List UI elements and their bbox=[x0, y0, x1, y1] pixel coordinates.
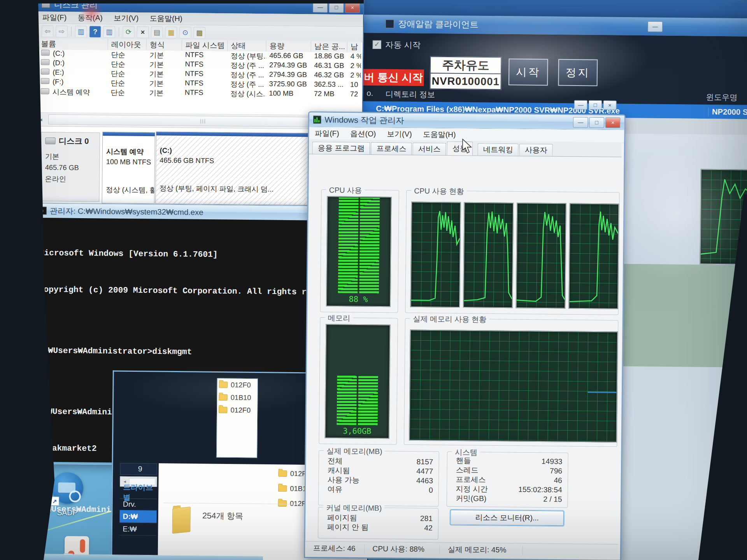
item-count: 254개 항목 bbox=[202, 510, 243, 522]
tab-services[interactable]: 서비스 bbox=[413, 143, 446, 155]
forward-icon[interactable]: ⇨ bbox=[56, 25, 68, 37]
col-layout[interactable]: 레이아웃 bbox=[108, 39, 146, 50]
status-processes: 프로세스: 46 bbox=[305, 543, 365, 553]
drive-item-selected[interactable]: D:₩ bbox=[119, 510, 156, 523]
stat-row: 스레드796 bbox=[447, 465, 568, 476]
stat-row: 지정 시간155:02:38:54 bbox=[447, 484, 568, 495]
open-icon[interactable]: ▦ bbox=[165, 26, 177, 38]
col-status[interactable]: 상태 bbox=[228, 40, 266, 51]
col-capacity[interactable]: 용량 bbox=[266, 40, 311, 52]
tab-processes[interactable]: 프로세스 bbox=[371, 142, 412, 155]
disk0-type: 기본 bbox=[45, 152, 100, 162]
menu-help[interactable]: 도움말(H) bbox=[417, 128, 461, 141]
minimize-button[interactable]: — bbox=[648, 21, 663, 32]
menu-options[interactable]: 옵션(O) bbox=[345, 128, 382, 140]
disk0-name: 디스크 0 bbox=[59, 136, 89, 147]
partition-system-reserved[interactable]: 시스템 예약 100 MB NTFS 정상 (시스템, 활... bbox=[102, 132, 155, 204]
tab-users[interactable]: 사용자 bbox=[519, 144, 553, 156]
col-filesystem[interactable]: 파일 시스템 bbox=[182, 40, 228, 51]
close-button[interactable]: × bbox=[345, 2, 360, 13]
list-item[interactable]: 012F0 bbox=[217, 378, 258, 391]
disk0-info-cell[interactable]: 디스크 0 기본 465.76 GB 온라인 bbox=[40, 132, 100, 202]
maximize-button[interactable]: □ bbox=[589, 117, 604, 128]
cmd-title: 관리자: C:₩Windows₩system32₩cmd.exe bbox=[50, 205, 203, 217]
action-pane-icon[interactable]: ▥ bbox=[103, 26, 116, 38]
menu-file[interactable]: 파일(F) bbox=[309, 127, 345, 140]
refresh-icon[interactable]: ⟳ bbox=[123, 26, 135, 38]
close-button[interactable]: × bbox=[603, 100, 617, 110]
alarm-client-title: 장애알람 클라이언트 bbox=[398, 18, 479, 31]
settings-icon[interactable]: ▩ bbox=[193, 27, 205, 39]
kernel-memory-group: 커널 메모리(MB) 페이지됨281 페이지 안 됨42 bbox=[318, 507, 438, 540]
list-header-dir: 디렉토리 정보 bbox=[386, 89, 435, 100]
alarm-client-window: 장애알람 클라이언트 — ✓ 자동 시작 버 통신 시작 주차유도 NVR010… bbox=[363, 15, 747, 116]
cpu-history-label: CPU 사용 현황 bbox=[411, 186, 467, 197]
status-cpu: CPU 사용: 88% bbox=[365, 544, 440, 554]
cpu-history-graph-4 bbox=[568, 203, 619, 309]
drive-item[interactable]: E:₩ bbox=[119, 523, 156, 536]
menu-file[interactable]: 파일(F) bbox=[37, 11, 72, 24]
minimize-button[interactable]: — bbox=[574, 100, 587, 110]
list-header-win: 윈도우명 bbox=[706, 92, 737, 103]
status-memory: 실제 메모리: 45% bbox=[440, 545, 523, 555]
cpu-usage-label: CPU 사용 bbox=[326, 185, 365, 196]
menu-help[interactable]: 도움말(H) bbox=[144, 12, 188, 25]
memory-history-label: 실제 메모리 사용 현황 bbox=[410, 314, 489, 325]
menu-view[interactable]: 보기(V) bbox=[108, 12, 144, 24]
drive-panel-label: 드라이브별 bbox=[120, 486, 157, 499]
big-folder-icon[interactable] bbox=[172, 507, 191, 534]
server-comm-banner: 버 통신 시작 bbox=[363, 69, 424, 86]
physical-memory-group: 실제 메모리(MB) 전체8157 캐시됨4477 사용 가능4463 여유0 bbox=[318, 450, 439, 507]
list-item[interactable]: 01B10 bbox=[217, 391, 258, 404]
col-free[interactable]: 남은 공... bbox=[311, 41, 347, 52]
memory-gauge: 3,60GB bbox=[325, 324, 391, 439]
memory-group: 메모리 3,60GB bbox=[319, 317, 398, 445]
display-line1: 주차유도 bbox=[431, 57, 501, 74]
stat-row: 페이지됨281 bbox=[318, 513, 438, 523]
stat-row: 캐시됨4477 bbox=[319, 466, 439, 476]
tab-networking[interactable]: 네트워킹 bbox=[478, 143, 519, 156]
folder-icon bbox=[278, 485, 287, 492]
stat-row: 페이지 안 됨42 bbox=[318, 522, 438, 533]
behind-window-controls: — □ × bbox=[573, 100, 617, 110]
physical-memory-label: 실제 메모리(MB) bbox=[324, 446, 385, 457]
console-tree-icon[interactable]: ▥ bbox=[75, 26, 87, 38]
partial-grid-cell: 9 bbox=[120, 463, 157, 475]
memory-value: 3,60GB bbox=[326, 426, 389, 436]
system-label: 시스템 bbox=[452, 447, 480, 458]
stat-row: 사용 가능4463 bbox=[319, 475, 438, 486]
alarm-client-icon bbox=[386, 19, 394, 28]
help-icon[interactable]: ? bbox=[89, 26, 101, 38]
auto-start-checkbox[interactable]: ✓ bbox=[373, 40, 381, 49]
menu-action[interactable]: 동작(A) bbox=[72, 11, 108, 24]
stop-button[interactable]: 정지 bbox=[558, 59, 598, 86]
col-type[interactable]: 형식 bbox=[147, 39, 182, 51]
start-button[interactable]: 시작 bbox=[509, 59, 548, 86]
cpu-history-graph-2 bbox=[463, 202, 514, 308]
resource-monitor-button[interactable]: 리소스 모니터(R)... bbox=[450, 510, 564, 526]
tab-applications[interactable]: 응용 프로그램 bbox=[312, 142, 370, 154]
monitor-bezel-top bbox=[0, 0, 364, 4]
folder-icon bbox=[219, 407, 227, 413]
delete-icon[interactable]: × bbox=[137, 26, 149, 38]
list-item[interactable]: 012F0 bbox=[217, 404, 258, 416]
stat-row: 커밋(GB)2 / 15 bbox=[447, 494, 568, 504]
close-button[interactable]: × bbox=[605, 117, 621, 128]
memory-led-bar bbox=[337, 375, 378, 425]
parking-display-box: 주차유도 NVR0100001 bbox=[430, 56, 502, 90]
folder-list-panel: 012F0 01B10 012F0 bbox=[216, 378, 258, 458]
auto-start-label: 자동 시작 bbox=[385, 39, 421, 51]
cpu-usage-group: CPU 사용 88 % bbox=[320, 189, 399, 313]
col-free-pct[interactable]: 남 bbox=[347, 41, 361, 52]
system-group: 시스템 핸들14933 스레드796 프로세스46 지정 시간155:02:38… bbox=[447, 452, 568, 508]
col-volume[interactable]: 볼륨 bbox=[38, 38, 108, 50]
properties-icon[interactable]: ▤ bbox=[151, 26, 163, 38]
find-icon[interactable]: ⊙ bbox=[179, 27, 191, 39]
back-icon[interactable]: ⇦ bbox=[42, 25, 54, 37]
maximize-button[interactable]: □ bbox=[589, 100, 602, 110]
alarm-client-body: ✓ 자동 시작 버 통신 시작 주차유도 NVR0100001 시작 정지 o.… bbox=[363, 33, 747, 116]
maximize-button[interactable]: □ bbox=[329, 2, 344, 13]
minimize-button[interactable]: — bbox=[573, 117, 588, 128]
menu-view[interactable]: 보기(V) bbox=[381, 128, 417, 141]
disk0-size: 465.76 GB bbox=[45, 163, 100, 172]
